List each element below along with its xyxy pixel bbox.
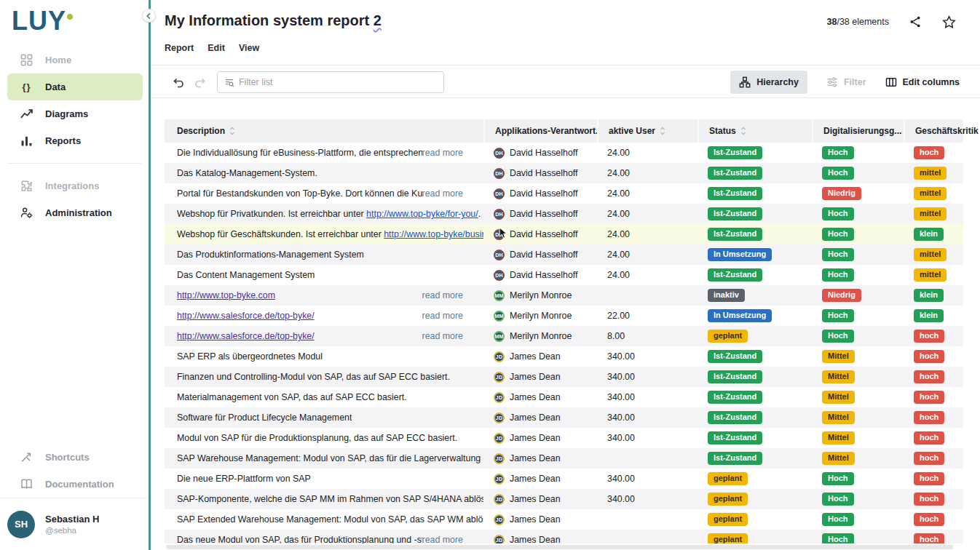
horizontal-scrollbar[interactable]	[165, 543, 963, 550]
read-more-link[interactable]: read more	[422, 188, 463, 199]
table-row[interactable]: http://www.salesforce.de/top-byke/read m…	[165, 326, 963, 346]
table-row[interactable]: Finanzen und Controlling-Modul von SAP, …	[165, 367, 963, 387]
status-badge: Ist-Zustand	[708, 370, 762, 383]
menu-report[interactable]: Report	[165, 43, 194, 53]
favorite-button[interactable]	[941, 15, 956, 29]
sidebar-item-documentation[interactable]: Documentation	[0, 471, 149, 498]
kritikalitaet-badge: hoch	[914, 493, 944, 506]
hierarchy-button[interactable]: Hierarchy	[730, 71, 807, 94]
branch-icon	[20, 451, 33, 464]
table-row[interactable]: Portal für Bestandskunden von Top-Byke. …	[165, 183, 963, 204]
owner-name: James Dean	[510, 372, 561, 382]
brand-logo[interactable]: LUY	[12, 6, 66, 36]
description-link[interactable]: http://www.salesforce.de/top-byke/	[177, 311, 315, 321]
owner-cell: JDJames Dean	[483, 346, 597, 367]
description-link[interactable]: http://www.top-byke/for-you/	[366, 209, 478, 219]
owner-name: David Hasselhoff	[510, 148, 577, 158]
active-users-value: 24.00	[597, 224, 698, 244]
sidebar-item-administration[interactable]: Administration	[0, 199, 149, 226]
sort-icon	[660, 127, 665, 135]
column-header-owner[interactable]: Applikations-Verantwort...	[483, 119, 597, 143]
table-body: Die Individuallösung für eBusiness-Platt…	[165, 143, 963, 550]
active-users-value: 340.00	[597, 367, 698, 387]
table-row[interactable]: Webshop für Geschäftskunden. Ist erreich…	[165, 224, 963, 244]
kritikalitaet-badge-cell: hoch	[904, 407, 963, 428]
menu-edit[interactable]: Edit	[208, 43, 225, 53]
owner-name: Merilyn Monroe	[510, 290, 572, 300]
scrollbar-thumb[interactable]	[166, 545, 953, 549]
filter-list-input[interactable]	[239, 77, 437, 87]
column-header-status[interactable]: Status	[698, 119, 812, 143]
kritikalitaet-badge-cell: mittel	[904, 204, 963, 224]
column-header-digitalisierung[interactable]: Digitalisierungsg...	[812, 119, 904, 143]
digitalisierung-badge: Niedrig	[822, 289, 861, 302]
sidebar-item-reports[interactable]: Reports	[0, 127, 149, 154]
status-badge: Ist-Zustand	[708, 146, 762, 159]
sort-icon	[229, 127, 235, 135]
table-row[interactable]: SAP ERP als übergeordnetes ModulJDJames …	[165, 346, 963, 367]
owner-name: David Hasselhoff	[510, 270, 577, 280]
user-profile[interactable]: SH Sebastian H @sebha	[0, 498, 149, 550]
kritikalitaet-badge-cell: hoch	[904, 489, 963, 509]
digitalisierung-badge-cell: Niedrig	[812, 285, 904, 306]
table-row[interactable]: SAP Extended Warehouse Management: Modul…	[165, 509, 963, 530]
status-badge: Ist-Zustand	[708, 452, 762, 465]
description-cell: Das Content Management System	[165, 265, 483, 285]
status-badge-cell: Ist-Zustand	[698, 428, 812, 448]
undo-button[interactable]	[172, 76, 185, 89]
description-cell: Das Katalog-Management-System.	[165, 163, 483, 183]
owner-cell: MMMerilyn Monroe	[483, 306, 597, 326]
kritikalitaet-badge: hoch	[914, 513, 944, 526]
sidebar-item-data[interactable]: { } Data	[7, 73, 143, 100]
share-icon	[909, 15, 922, 28]
table-row[interactable]: Das Katalog-Management-System.DHDavid Ha…	[165, 163, 963, 183]
description-cell: SAP Warehouse Management: Modul von SAP,…	[165, 448, 483, 469]
kritikalitaet-badge-cell: klein	[904, 306, 963, 326]
table-row[interactable]: SAP-Komponente, welche die SAP MM im Rah…	[165, 489, 963, 509]
owner-name: James Dean	[510, 351, 561, 362]
table-row[interactable]: Software für Product Lifecycle Managemen…	[165, 407, 963, 428]
sidebar-item-home[interactable]: Home	[0, 47, 149, 73]
description-link[interactable]: http://www.top-byke/business/	[384, 229, 483, 239]
table-row[interactable]: Die Individuallösung für eBusiness-Platt…	[165, 143, 963, 163]
sidebar-collapse-button[interactable]	[142, 9, 156, 23]
read-more-link[interactable]: read more	[422, 148, 463, 158]
table-row[interactable]: Die neue ERP-Plattform von SAPJDJames De…	[165, 469, 963, 489]
share-button[interactable]	[908, 15, 922, 29]
kritikalitaet-badge: hoch	[914, 370, 944, 383]
column-header-geschaeftskritikalitaet[interactable]: Geschäftskritik	[904, 119, 963, 143]
filter-button[interactable]: Filter	[826, 76, 866, 88]
sidebar-item-shortcuts[interactable]: Shortcuts	[0, 444, 149, 471]
table-row[interactable]: Das Content Management SystemDHDavid Has…	[165, 265, 963, 285]
digitalisierung-badge: Hoch	[822, 309, 854, 322]
table-row[interactable]: Das Produktinformations-Management Syste…	[165, 244, 963, 265]
table-row[interactable]: Materialmanagement von SAP, das auf SAP …	[165, 387, 963, 407]
column-header-active-users[interactable]: aktive User	[597, 119, 698, 143]
kritikalitaet-badge-cell: mittel	[904, 183, 963, 204]
filter-list-field[interactable]	[217, 71, 444, 93]
table-row[interactable]: http://www.top-byke.comread moreMMMerily…	[165, 285, 963, 306]
column-header-description[interactable]: Description	[165, 119, 483, 143]
kritikalitaet-badge-cell: hoch	[904, 387, 963, 407]
description-link[interactable]: http://www.salesforce.de/top-byke/	[177, 331, 315, 341]
redo-button[interactable]	[194, 76, 207, 89]
menu-view[interactable]: View	[239, 43, 259, 53]
sidebar-item-diagrams[interactable]: Diagrams	[0, 100, 149, 127]
read-more-link[interactable]: read more	[422, 290, 463, 300]
owner-avatar: DH	[494, 270, 505, 281]
sidebar-item-integrations[interactable]: Integrations	[0, 172, 149, 199]
sidebar-item-label: Home	[45, 55, 71, 65]
description-text: SAP ERP als übergeordnetes Modul	[177, 351, 323, 362]
table-row[interactable]: Webshop für Privatkunden. Ist erreichbar…	[165, 204, 963, 224]
table-row[interactable]: SAP Warehouse Management: Modul von SAP,…	[165, 448, 963, 469]
description-cell: Portal für Bestandskunden von Top-Byke. …	[165, 183, 483, 204]
read-more-link[interactable]: read more	[422, 311, 463, 321]
table-row[interactable]: Modul von SAP für die Produktionsplanung…	[165, 428, 963, 448]
status-badge: geplant	[708, 493, 748, 506]
table-row[interactable]: http://www.salesforce.de/top-byke/read m…	[165, 306, 963, 326]
edit-columns-button[interactable]: Edit columns	[885, 76, 960, 88]
read-more-link[interactable]: read more	[422, 331, 463, 341]
digitalisierung-badge-cell: Hoch	[812, 224, 904, 244]
description-link[interactable]: http://www.top-byke.com	[177, 290, 275, 300]
description-text: Webshop für Geschäftskunden. Ist erreich…	[177, 229, 483, 239]
